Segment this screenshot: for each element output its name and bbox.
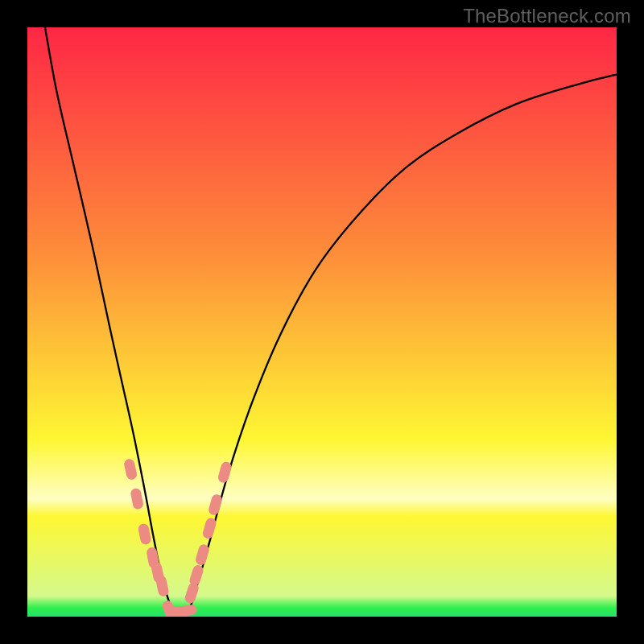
chart-frame: TheBottleneck.com <box>0 0 644 644</box>
plot-area <box>27 27 617 617</box>
bottleneck-chart <box>27 27 617 617</box>
gradient-background <box>27 27 617 617</box>
watermark-text: TheBottleneck.com <box>463 5 631 27</box>
